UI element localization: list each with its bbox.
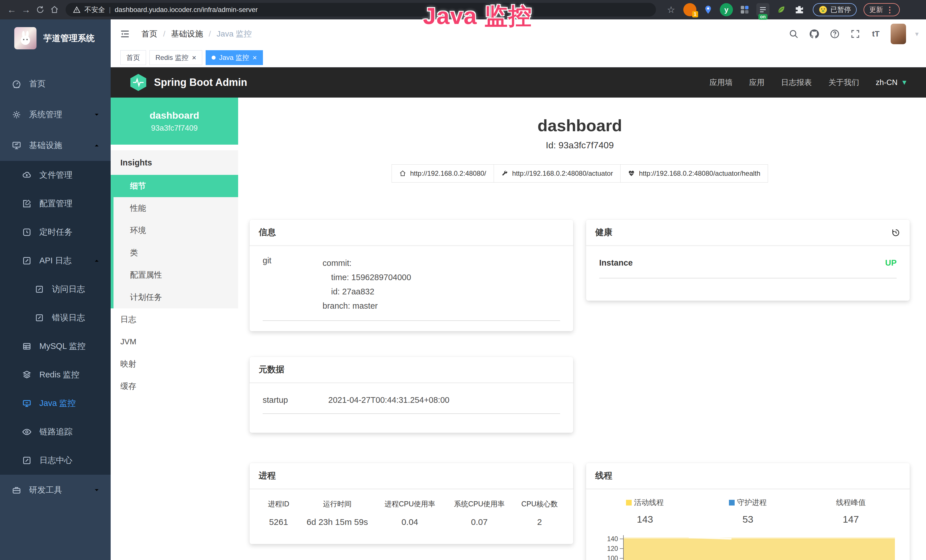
sidebar-item-system[interactable]: 系统管理 [0,99,110,130]
sidebar-item-java[interactable]: Java 监控 [0,389,110,418]
extension-grid-icon[interactable] [738,3,751,16]
sidebar-item-apilog[interactable]: API 日志 [0,247,110,275]
service-url: http://192.168.0.2:48080/ [410,170,486,177]
tab-home[interactable]: 首页 [120,50,146,65]
sidebar-item-label: 配置管理 [39,198,73,209]
sidebar-item-errorlog[interactable]: 错误日志 [0,304,110,332]
sba-item-mappings[interactable]: 映射 [110,353,238,375]
sidebar-item-trace[interactable]: 链路追踪 [0,418,110,446]
breadcrumb-section[interactable]: 基础设施 [171,29,203,39]
sidebar-item-config[interactable]: 配置管理 [0,189,110,218]
sba-brand[interactable]: Spring Boot Admin [129,73,247,92]
sba-language-select[interactable]: zh-CN ▼ [876,78,908,87]
y-tick-mark [620,548,623,549]
home-icon [399,170,406,177]
browser-toolbar: ← → 不安全 | dashboard.yudao.iocoder.cn/inf… [0,0,926,20]
search-icon[interactable] [788,28,799,40]
sba-item-configprops[interactable]: 配置属性 [113,264,238,286]
address-bar[interactable]: 不安全 | dashboard.yudao.iocoder.cn/infra/a… [66,3,656,17]
sba-nav-about[interactable]: 关于我们 [828,77,859,88]
edit-icon [22,198,32,209]
sba-item-loggers[interactable]: 日志 [110,309,238,331]
sba-nav-journal[interactable]: 日志报表 [781,77,812,88]
sidebar-item-infra[interactable]: 基础设施 [0,130,110,161]
extension-list-icon[interactable]: on [756,3,769,16]
extension-pin-icon[interactable] [702,3,715,16]
sidebar-item-logcenter[interactable]: 日志中心 [0,446,110,475]
profile-paused-chip[interactable]: 已暂停 [813,3,857,16]
history-icon[interactable] [891,228,900,238]
app-logo-row[interactable]: 芋道管理系统 [0,20,110,57]
tab-label: Redis 监控 [156,53,189,62]
bookmark-star-icon[interactable]: ☆ [664,3,678,17]
sidebar-item-redis[interactable]: Redis 监控 [0,360,110,389]
user-avatar[interactable] [891,24,906,44]
sba-item-environment[interactable]: 环境 [113,219,238,242]
sba-item-caches[interactable]: 缓存 [110,375,238,397]
sba-instance-header[interactable]: dashboard 93a3fc7f7409 [110,98,238,145]
instance-name: dashboard [150,110,199,121]
browser-home-icon[interactable] [47,3,62,17]
card-title: 线程 [595,470,612,481]
legend-live: 活动线程 143 [593,498,696,525]
tab-redis[interactable]: Redis 监控 × [150,50,202,65]
heartbeat-icon [628,170,635,177]
puzzle-icon [794,5,804,15]
briefcase-icon [11,485,22,495]
health-url-button[interactable]: http://192.168.0.2:48080/actuator/health [620,164,768,183]
active-dot [212,56,216,60]
health-instance-row[interactable]: Instance UP [599,258,897,268]
sba-item-classes[interactable]: 类 [113,242,238,264]
sidebar-item-file[interactable]: 文件管理 [0,161,110,189]
sidebar-item-devtool[interactable]: 研发工具 [0,475,110,506]
font-size-icon[interactable]: tT [870,28,882,40]
sba-item-scheduledtasks[interactable]: 计划任务 [113,286,238,309]
extensions-puzzle-icon[interactable] [793,3,806,16]
help-icon[interactable] [829,28,840,40]
extension-y-letter: y [724,5,728,14]
sba-item-details[interactable]: 细节 [113,175,238,197]
layers-icon [22,370,32,380]
chevron-down-icon [93,111,100,118]
sba-item-metrics[interactable]: 性能 [113,197,238,219]
item-label: 缓存 [120,381,136,392]
browser-update-button[interactable]: 更新 ⋮ [864,3,900,16]
github-icon[interactable] [808,28,820,40]
sidebar-item-mysql[interactable]: MySQL 监控 [0,332,110,360]
info-git-row: git commit: time: 1596289704000 id: 27aa… [263,256,560,313]
cards-row-1: 信息 git commit: time: 1596289704000 [250,219,910,331]
extension-leaf-icon[interactable] [775,3,788,16]
sba-sidebar: dashboard 93a3fc7f7409 Insights 细节 性能 环境… [110,98,238,560]
extension-orange-icon[interactable]: 1 [683,3,696,16]
breadcrumb-home[interactable]: 首页 [141,29,157,39]
tab-java[interactable]: Java 监控 × [206,50,263,65]
browser-back-icon[interactable]: ← [5,3,19,17]
hamburger-icon[interactable] [118,27,132,41]
browser-reload-icon[interactable] [33,3,47,17]
sba-item-jvm[interactable]: JVM [110,331,238,353]
history-clock-icon [22,227,32,238]
sidebar-item-job[interactable]: 定时任务 [0,218,110,247]
app-title: 芋道管理系统 [43,33,95,44]
fullscreen-icon[interactable] [850,28,861,40]
info-card: 信息 git commit: time: 1596289704000 [250,219,573,331]
browser-forward-icon[interactable]: → [19,3,33,17]
close-icon[interactable]: × [192,54,196,61]
actuator-url-button[interactable]: http://192.168.0.2:48080/actuator [494,164,621,183]
metadata-value: 2021-04-27T00:44:31.254+08:00 [328,395,449,405]
security-label[interactable]: 不安全 [85,5,105,14]
sba-nav-applications[interactable]: 应用 [749,77,764,88]
extension-y-icon[interactable]: y [720,3,733,16]
card-title: 健康 [595,227,612,238]
sidebar-item-accesslog[interactable]: 访问日志 [0,275,110,304]
sidebar-item-home[interactable]: 首页 [0,68,110,99]
close-icon[interactable]: × [253,54,257,61]
sba-nav-wall[interactable]: 应用墙 [710,77,732,88]
avatar-caret-icon[interactable]: ▾ [915,30,918,38]
sidebar-item-label: Java 监控 [39,398,76,409]
browser-menu-icon[interactable]: ⋮ [886,5,894,15]
sba-group-insights[interactable]: Insights [110,150,238,175]
item-label: 细节 [130,180,146,191]
service-url-button[interactable]: http://192.168.0.2:48080/ [392,164,494,183]
url-text[interactable]: dashboard.yudao.iocoder.cn/infra/admin-s… [115,6,258,14]
